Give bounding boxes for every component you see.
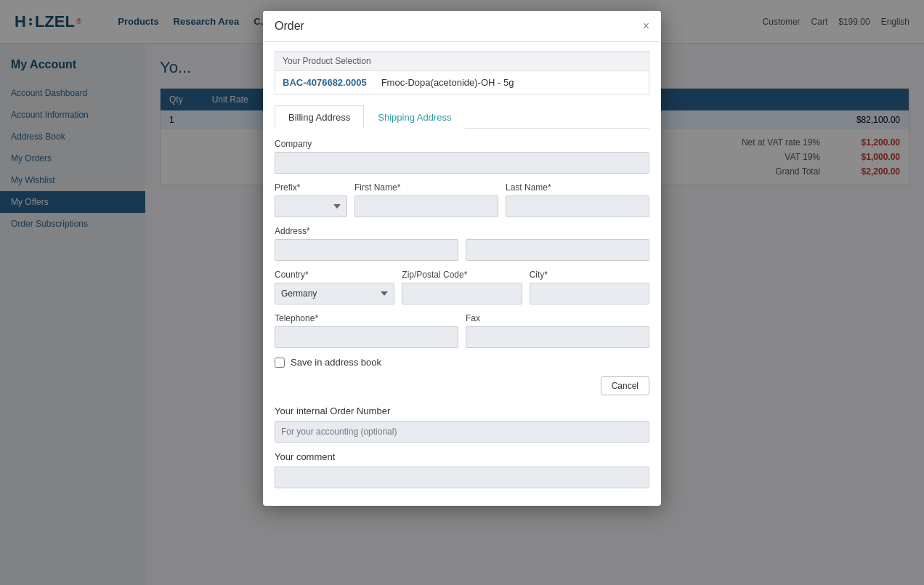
city-col: City* — [530, 270, 649, 313]
prefix-col: Prefix* Mr. Ms. Dr. Prof. — [275, 182, 347, 226]
internal-order-input[interactable] — [275, 421, 649, 443]
company-label: Company — [275, 139, 649, 149]
lastname-col: Last Name* — [506, 182, 649, 226]
comment-label: Your comment — [275, 451, 649, 462]
phone-row: Telephone* Fax — [275, 313, 649, 357]
product-row: BAC-4076682.0005 Fmoc-Dopa(acetonide)-OH… — [275, 71, 649, 94]
address-tabs: Billing Address Shipping Address — [275, 105, 649, 129]
company-input[interactable] — [275, 152, 649, 174]
address-fields-row — [275, 239, 649, 261]
address1-input[interactable] — [275, 239, 458, 261]
modal-header: Order × — [263, 11, 661, 42]
product-selection-box: Your Product Selection BAC-4076682.0005 … — [275, 51, 649, 94]
city-label: City* — [530, 270, 649, 280]
internal-order-label: Your internal Order Number — [275, 406, 649, 416]
save-address-checkbox[interactable] — [275, 358, 285, 368]
city-input[interactable] — [530, 283, 649, 304]
fax-label: Fax — [466, 313, 649, 323]
lastname-label: Last Name* — [506, 182, 649, 193]
lastname-input[interactable] — [506, 195, 649, 217]
location-row: Country* Germany Austria Switzerland Uni… — [275, 270, 649, 313]
form-buttons: Cancel — [275, 376, 649, 395]
prefix-select[interactable]: Mr. Ms. Dr. Prof. — [275, 195, 347, 217]
order-modal: Order × Your Product Selection BAC-40766… — [263, 11, 661, 506]
firstname-input[interactable] — [354, 195, 498, 217]
product-name: Fmoc-Dopa(acetonide)-OH - 5g — [381, 77, 514, 88]
country-col: Country* Germany Austria Switzerland Uni… — [275, 270, 394, 313]
tab-shipping[interactable]: Shipping Address — [364, 105, 465, 129]
save-address-group: Save in address book — [275, 357, 649, 368]
telephone-col: Telephone* — [275, 313, 458, 357]
fax-col: Fax — [466, 313, 649, 357]
company-group: Company — [275, 139, 649, 174]
telephone-label: Telephone* — [275, 313, 458, 323]
comment-input[interactable] — [275, 467, 649, 488]
zip-col: Zip/Postal Code* — [402, 270, 522, 313]
firstname-col: First Name* — [354, 182, 498, 226]
fax-input[interactable] — [466, 326, 649, 348]
modal-body: Your Product Selection BAC-4076682.0005 … — [263, 42, 661, 506]
internal-order-group: Your internal Order Number — [275, 406, 649, 443]
name-row: Prefix* Mr. Ms. Dr. Prof. First Name* — [275, 182, 649, 226]
address-label: Address* — [275, 226, 649, 236]
prefix-label: Prefix* — [275, 182, 347, 193]
address2-input[interactable] — [466, 239, 649, 261]
cancel-button[interactable]: Cancel — [601, 376, 649, 395]
zip-input[interactable] — [402, 283, 522, 304]
save-address-label: Save in address book — [291, 357, 381, 368]
modal-close-button[interactable]: × — [643, 20, 649, 32]
modal-title: Order — [275, 20, 304, 33]
comment-group: Your comment — [275, 451, 649, 488]
tab-billing[interactable]: Billing Address — [275, 105, 364, 129]
firstname-label: First Name* — [354, 182, 498, 193]
product-id: BAC-4076682.0005 — [283, 77, 367, 88]
country-select[interactable]: Germany Austria Switzerland United State… — [275, 283, 394, 304]
product-selection-header: Your Product Selection — [275, 52, 649, 71]
zip-label: Zip/Postal Code* — [402, 270, 522, 280]
telephone-input[interactable] — [275, 326, 458, 348]
country-label: Country* — [275, 270, 394, 280]
modal-overlay: Order × Your Product Selection BAC-40766… — [0, 0, 924, 585]
address-group: Address* — [275, 226, 649, 261]
